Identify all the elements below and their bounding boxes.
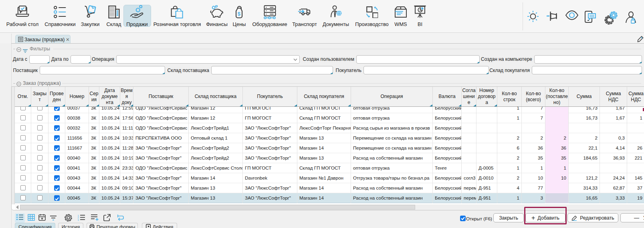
svg-text:$: $ (238, 11, 241, 17)
svg-text:3: 3 (78, 219, 79, 221)
